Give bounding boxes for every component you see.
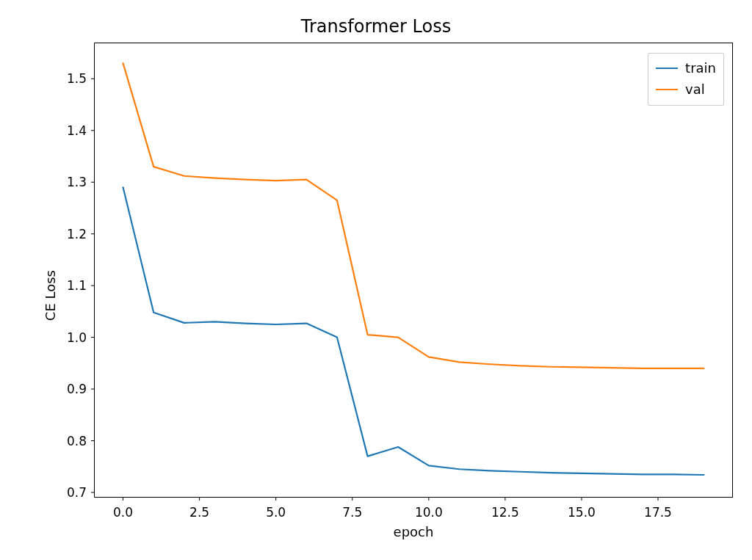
y-axis-label: CE Loss — [43, 270, 58, 321]
x-tick-label: 5.0 — [266, 505, 286, 520]
legend-swatch — [656, 68, 678, 69]
legend: trainval — [648, 53, 724, 106]
y-tick-label: 1.3 — [67, 175, 87, 189]
y-tick-label: 1.4 — [67, 123, 87, 138]
x-tick-label: 15.0 — [568, 505, 596, 520]
figure: Transformer Loss epoch CE Loss 0.02.55.0… — [0, 0, 752, 560]
x-tick-label: 12.5 — [491, 505, 519, 520]
chart-title: Transformer Loss — [0, 16, 752, 37]
y-tick-label: 1.1 — [67, 278, 87, 293]
x-tick-label: 7.5 — [342, 505, 362, 520]
x-tick-label: 17.5 — [644, 505, 672, 520]
y-tick-label: 0.9 — [67, 382, 87, 396]
x-tick-label: 10.0 — [415, 505, 443, 520]
y-tick-label: 0.7 — [67, 485, 87, 500]
y-tick-label: 0.8 — [67, 434, 87, 448]
plot-axes: epoch CE Loss 0.02.55.07.510.012.515.017… — [94, 43, 733, 498]
x-tick-label: 0.0 — [113, 505, 133, 520]
x-axis-label: epoch — [394, 524, 434, 539]
y-tick-label: 1.0 — [67, 330, 87, 345]
legend-entry-val: val — [656, 79, 716, 101]
legend-label: val — [685, 79, 705, 101]
axes-frame — [95, 43, 733, 498]
plot-svg — [94, 43, 733, 498]
legend-label: train — [685, 58, 716, 79]
series-train — [123, 187, 704, 475]
x-tick-label: 2.5 — [189, 505, 209, 520]
legend-entry-train: train — [656, 58, 716, 79]
legend-swatch — [656, 89, 678, 90]
y-tick-label: 1.5 — [67, 71, 87, 86]
y-tick-label: 1.2 — [67, 227, 87, 241]
